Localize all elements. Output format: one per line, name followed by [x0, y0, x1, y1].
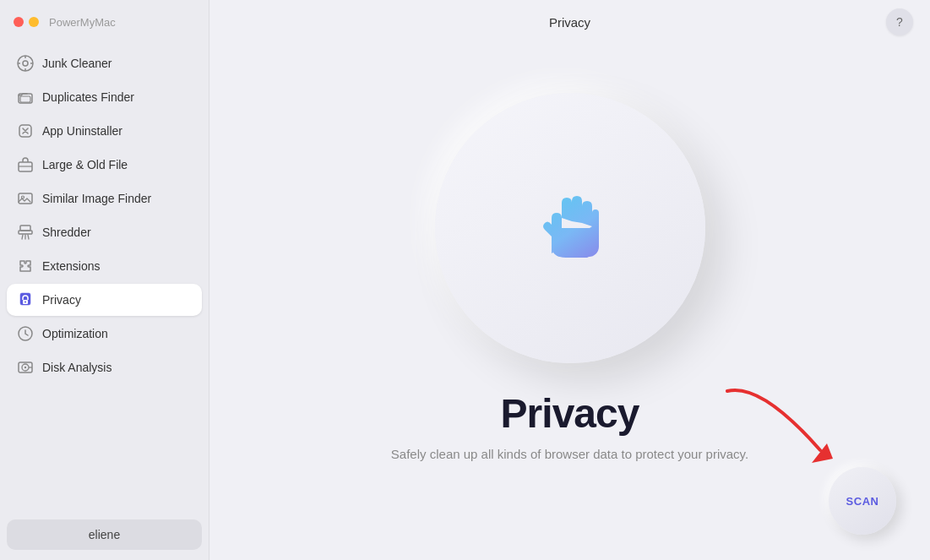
sidebar-item-duplicates-finder[interactable]: Duplicates Finder [7, 81, 202, 113]
traffic-lights [14, 17, 39, 27]
sidebar-item-shredder[interactable]: Shredder [7, 216, 202, 248]
svg-rect-26 [552, 228, 599, 257]
feature-subtitle: Safely clean up all kinds of browser dat… [391, 447, 748, 461]
svg-point-1 [23, 61, 28, 66]
close-button[interactable] [14, 17, 24, 27]
main-header: Privacy ? [209, 0, 930, 44]
page-title: Privacy [549, 15, 590, 30]
image-icon [17, 190, 34, 207]
sidebar-label-disk-analysis: Disk Analysis [42, 361, 111, 374]
sidebar-nav: Junk Cleaner Duplicates Finder App Un [0, 44, 209, 509]
gear-circle-icon [17, 55, 34, 72]
help-label: ? [896, 15, 903, 29]
optimization-icon [17, 325, 34, 342]
svg-line-15 [22, 235, 23, 239]
feature-circle [435, 93, 705, 363]
sidebar-label-duplicates-finder: Duplicates Finder [42, 90, 134, 104]
sidebar-item-optimization[interactable]: Optimization [7, 318, 202, 350]
folder-icon [17, 89, 34, 106]
sidebar-label-junk-cleaner: Junk Cleaner [42, 57, 112, 70]
sidebar-item-large-old-file[interactable]: Large & Old File [7, 149, 202, 181]
sidebar-label-extensions: Extensions [42, 259, 100, 273]
extensions-icon [17, 258, 34, 275]
svg-rect-14 [20, 226, 30, 231]
sidebar-item-privacy[interactable]: Privacy [7, 284, 202, 316]
svg-point-20 [24, 302, 26, 303]
minimize-button[interactable] [29, 17, 39, 27]
titlebar: PowerMyMac [0, 0, 209, 44]
shredder-icon [17, 224, 34, 241]
disk-icon [17, 359, 34, 376]
user-label: eliene [89, 528, 120, 541]
main-content: Privacy ? [209, 0, 930, 560]
sidebar-label-large-old-file: Large & Old File [42, 158, 128, 171]
sidebar-label-privacy: Privacy [42, 293, 81, 307]
sidebar-label-similar-image-finder: Similar Image Finder [42, 192, 151, 205]
privacy-icon [17, 291, 34, 308]
sidebar-label-app-uninstaller: App Uninstaller [42, 124, 122, 138]
briefcase-icon [17, 156, 34, 173]
hand-privacy-icon [519, 177, 621, 279]
sidebar-item-app-uninstaller[interactable]: App Uninstaller [7, 115, 202, 147]
content-area: Privacy Safely clean up all kinds of bro… [209, 44, 930, 560]
scan-label: SCAN [846, 495, 879, 508]
feature-title: Privacy [501, 390, 639, 437]
sidebar-label-shredder: Shredder [42, 226, 91, 239]
sidebar-item-similar-image-finder[interactable]: Similar Image Finder [7, 182, 202, 215]
svg-marker-27 [812, 443, 833, 463]
user-button[interactable]: eliene [7, 519, 202, 550]
svg-line-17 [28, 235, 29, 239]
sidebar: PowerMyMac Junk Cleaner [0, 0, 209, 560]
scan-button[interactable]: SCAN [829, 467, 896, 535]
sidebar-label-optimization: Optimization [42, 327, 108, 340]
svg-rect-7 [20, 96, 30, 102]
sidebar-item-disk-analysis[interactable]: Disk Analysis [7, 351, 202, 383]
app-name: PowerMyMac [49, 16, 116, 29]
app-uninstaller-icon [17, 122, 34, 139]
sidebar-item-extensions[interactable]: Extensions [7, 250, 202, 282]
arrow-indicator [710, 374, 846, 484]
svg-point-24 [24, 367, 26, 368]
help-button[interactable]: ? [886, 8, 913, 35]
sidebar-footer: eliene [0, 509, 209, 560]
sidebar-item-junk-cleaner[interactable]: Junk Cleaner [7, 47, 202, 79]
